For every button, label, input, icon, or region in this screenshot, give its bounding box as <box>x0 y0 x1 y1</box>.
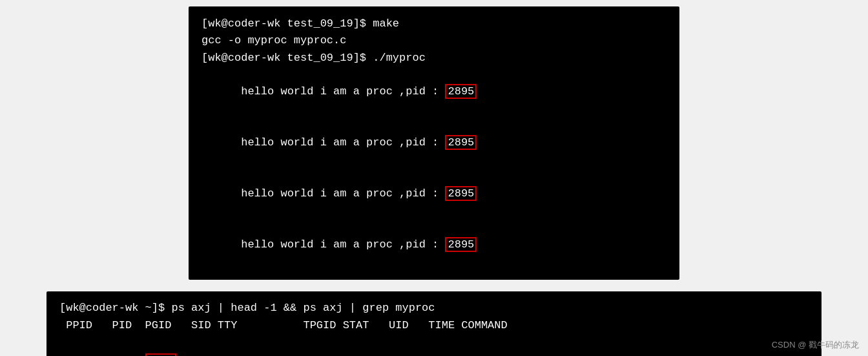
top-line-4: hello world i am a proc ,pid : 2895 <box>202 67 666 118</box>
top-line-5: hello world i am a proc ,pid : 2895 <box>202 118 666 169</box>
top-line-6: hello world i am a proc ,pid : 2895 <box>202 169 666 220</box>
top-line-7-prefix: hello world i am a proc ,pid : <box>241 238 445 251</box>
top-line-5-prefix: hello world i am a proc ,pid : <box>241 136 445 149</box>
bottom-cmd-line: [wk@coder-wk ~]$ ps axj | head -1 && ps … <box>59 299 809 317</box>
top-line-7: hello world i am a proc ,pid : 2895 <box>202 220 666 271</box>
bottom-data-line: 1425 2895 2895 1425 pts/0 2895 S+ 1000 0… <box>59 335 809 356</box>
terminal-top: [wk@coder-wk test_09_19]$ make gcc -o my… <box>189 6 679 280</box>
top-line-2: gcc -o myproc myproc.c <box>202 32 666 49</box>
top-line-1: [wk@coder-wk test_09_19]$ make <box>202 16 666 32</box>
watermark: CSDN @ 戳牛码的冻龙 <box>772 339 859 351</box>
top-line-7-pid: 2895 <box>445 237 477 252</box>
bottom-header-line: PPID PID PGID SID TTY TPGID STAT UID TIM… <box>59 317 809 334</box>
top-line-4-prefix: hello world i am a proc ,pid : <box>241 85 445 98</box>
top-line-6-pid: 2895 <box>445 186 477 201</box>
top-line-5-pid: 2895 <box>445 135 477 150</box>
bottom-data-pid: 2895 <box>145 353 177 356</box>
terminal-bottom: [wk@coder-wk ~]$ ps axj | head -1 && ps … <box>46 291 822 356</box>
top-line-6-prefix: hello world i am a proc ,pid : <box>241 187 445 200</box>
top-line-3: [wk@coder-wk test_09_19]$ ./myproc <box>202 50 666 67</box>
page-container: [wk@coder-wk test_09_19]$ make gcc -o my… <box>0 0 868 356</box>
top-line-4-pid: 2895 <box>445 84 477 99</box>
